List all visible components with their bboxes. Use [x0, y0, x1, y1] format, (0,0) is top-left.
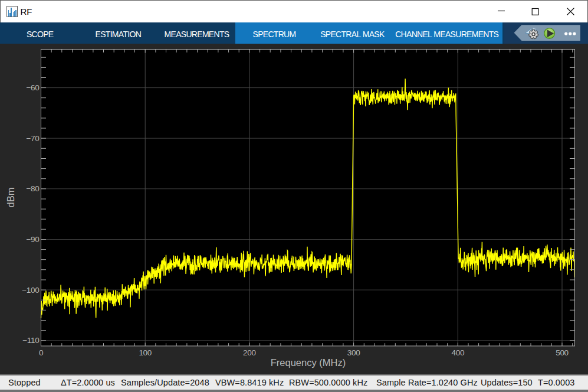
- svg-text:−60: −60: [27, 83, 40, 92]
- svg-text:−110: −110: [22, 336, 39, 345]
- svg-text:400: 400: [451, 348, 464, 357]
- svg-text:−100: −100: [22, 286, 39, 295]
- svg-text:300: 300: [347, 348, 360, 357]
- svg-text:−80: −80: [27, 184, 40, 193]
- svg-text:100: 100: [139, 348, 152, 357]
- svg-text:200: 200: [243, 348, 256, 357]
- svg-text:0: 0: [39, 348, 43, 357]
- svg-text:Frequency (MHz): Frequency (MHz): [271, 357, 346, 368]
- svg-text:500: 500: [556, 348, 569, 357]
- svg-text:−70: −70: [27, 134, 40, 143]
- svg-text:dBm: dBm: [5, 188, 16, 208]
- svg-text:−90: −90: [27, 235, 40, 244]
